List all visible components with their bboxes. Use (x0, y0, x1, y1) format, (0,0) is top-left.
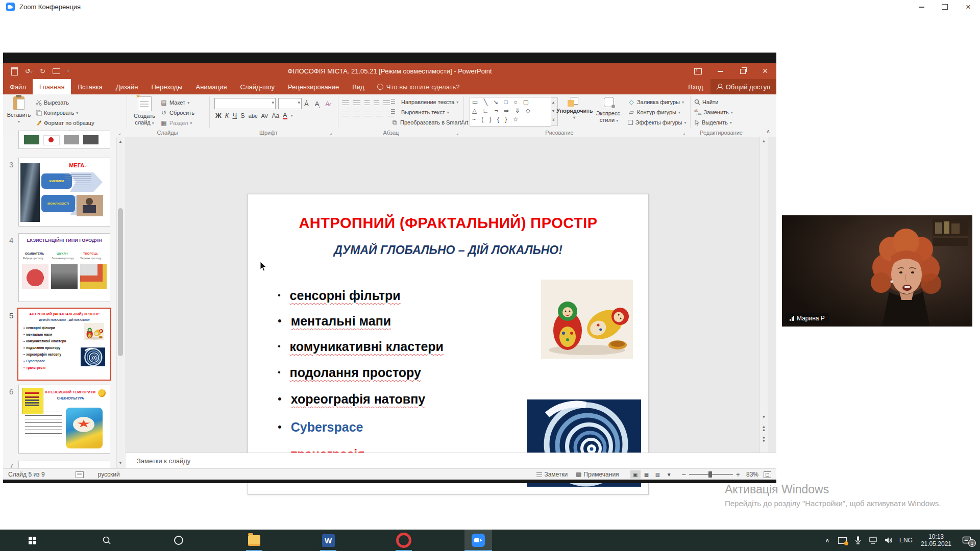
fit-to-window-icon[interactable] (764, 471, 771, 478)
select-button[interactable]: Выделить▾ (694, 117, 733, 128)
notification-center-button[interactable]: 1 (958, 530, 976, 551)
collapse-ribbon-icon[interactable]: ∧ (766, 128, 770, 135)
zoom-in-button[interactable]: + (736, 470, 740, 479)
thumbnail-slide-6[interactable]: ІНТЕНСИВНИЙ ТЕМПОРИТМ СНЕК-КУЛЬТУРА (18, 385, 110, 454)
slide-bullet[interactable]: •Cyberspace (278, 417, 363, 437)
slide-bullet[interactable]: •ментальні мапи (278, 311, 391, 331)
thumbnail-slide-2[interactable] (18, 131, 110, 149)
text-shadow-button[interactable]: S (240, 112, 245, 119)
ppt-restore-icon[interactable] (731, 63, 754, 79)
quick-styles-button[interactable]: Экспресс-стили ▾ (592, 97, 626, 124)
section-button[interactable]: ▦Раздел▾ (160, 118, 194, 128)
convert-smartart-button[interactable]: ⧉Преобразовать в SmartArt▾ (391, 117, 472, 128)
ppt-close-icon[interactable]: × (754, 63, 776, 79)
strikethrough-button[interactable]: abc (249, 113, 258, 119)
tab-view[interactable]: Вид (346, 79, 371, 94)
slide-bullet[interactable]: •комуникативні кластери (278, 336, 444, 357)
redo-icon[interactable]: ↻ (40, 67, 45, 75)
language-status[interactable]: русский (98, 471, 120, 478)
thumbnail-slide-4[interactable]: ЕКЗИСТЕНЦІЙНІ ТИПИ ГОРОДЯН ОБИВАТЕЛЬ Ред… (18, 233, 110, 302)
arrange-button[interactable]: Упорядочить▾ (556, 97, 592, 121)
cortana-button[interactable] (167, 530, 190, 551)
tray-chevron-icon[interactable]: ∧ (821, 530, 834, 551)
undo-icon[interactable]: ↺▾ (25, 67, 33, 75)
opera-button[interactable] (392, 530, 415, 551)
increase-indent-button[interactable] (374, 101, 379, 106)
tab-slideshow[interactable]: Слайд-шоу (234, 79, 281, 94)
notes-toggle[interactable]: Заметки (544, 471, 568, 478)
bold-button[interactable]: Ж (215, 112, 222, 119)
spell-check-icon[interactable] (76, 471, 84, 478)
slide-bullet[interactable]: •хореографія натовпу (278, 389, 425, 409)
drawing-dialog-launcher[interactable]: ⌟ (683, 130, 685, 135)
justify-button[interactable] (376, 112, 383, 117)
volume-tray-icon[interactable] (882, 530, 895, 551)
view-normal-button[interactable]: ▣ (630, 470, 641, 479)
replace-button[interactable]: ab→ac Заменить▾ (694, 107, 733, 117)
scroll-down-icon[interactable]: ▼ (117, 459, 124, 467)
align-text-button[interactable]: Выровнять текст▾ (391, 107, 472, 117)
font-color-button[interactable]: А (283, 112, 287, 119)
tab-design[interactable]: Дизайн (109, 79, 145, 94)
scrollbar-thumb[interactable] (118, 208, 123, 356)
zoom-maximize-icon[interactable] (933, 0, 957, 14)
start-slideshow-icon[interactable] (53, 68, 60, 74)
tell-me-box[interactable]: Что вы хотите сделать? (371, 79, 466, 94)
previous-slide-button[interactable]: ▲▲ (760, 425, 768, 432)
start-button[interactable] (20, 530, 44, 551)
paste-button[interactable]: Вставить▾ (4, 96, 34, 125)
tray-clock[interactable]: 10:13 21.05.2021 (917, 533, 955, 547)
thumbnail-slide-3[interactable]: МЕГА- ВИКЛИКИ МОЖЛИВОСТІ (18, 158, 110, 227)
share-button[interactable]: Общий доступ (710, 79, 776, 94)
bullets-button[interactable] (342, 101, 349, 106)
clipboard-dialog-launcher[interactable]: ⌟ (118, 130, 120, 135)
tab-insert[interactable]: Вставка (71, 79, 109, 94)
scroll-up-icon[interactable]: ▲ (760, 139, 768, 143)
align-left-button[interactable] (342, 112, 349, 117)
line-spacing-button[interactable] (383, 101, 390, 106)
thumbnail-slide-5-selected[interactable]: АНТРОПНИЙ (ФРАКТАЛЬНИЙ) ПРОСТІР ДУМАЙ ГЛ… (17, 308, 111, 381)
microphone-tray-icon[interactable] (851, 530, 865, 551)
next-slide-button[interactable]: ▼▼ (760, 437, 768, 443)
main-scrollbar[interactable]: ▲ ▼ ▲▲ ▼▼ (760, 137, 768, 468)
tab-transitions[interactable]: Переходы (144, 79, 189, 94)
clear-formatting-button[interactable]: А̷ (325, 100, 330, 108)
ribbon-display-options-icon[interactable] (687, 63, 709, 79)
matryoshka-image[interactable] (541, 280, 633, 359)
shape-outline-button[interactable]: ▱Контур фигуры▾ (628, 107, 684, 117)
thumbnail-scrollbar[interactable]: ▲ ▼ (116, 137, 125, 468)
zoom-app-button[interactable] (464, 530, 492, 551)
zoom-percent[interactable]: 83% (746, 471, 758, 478)
shape-fill-button[interactable]: ◇Заливка фигуры▾ (628, 97, 684, 107)
view-sorter-button[interactable]: ▦ (642, 470, 652, 479)
zoom-slider-knob[interactable] (708, 471, 712, 478)
scroll-down-icon[interactable]: ▼ (760, 415, 768, 419)
view-reading-button[interactable]: ▥ (653, 470, 663, 479)
participant-video[interactable]: Марина Р (782, 215, 972, 327)
shape-effects-button[interactable]: ❑Эффекты фигуры▾ (628, 117, 684, 128)
text-direction-button[interactable]: Направление текста▾ (391, 97, 472, 107)
grow-font-button[interactable]: А́ (304, 100, 309, 108)
zoom-minimize-icon[interactable] (910, 0, 933, 14)
copy-button[interactable]: Копировать▾ (36, 108, 94, 118)
zoom-close-icon[interactable]: × (957, 0, 980, 14)
tab-animations[interactable]: Анимация (189, 79, 233, 94)
numbering-button[interactable] (353, 101, 360, 106)
taskbar-search-button[interactable] (95, 530, 118, 551)
save-icon[interactable] (11, 67, 18, 76)
font-name-select[interactable] (214, 98, 276, 109)
slide-bullet[interactable]: •сенсорні фільтри (278, 285, 401, 306)
tab-home[interactable]: Главная (33, 79, 71, 94)
align-right-button[interactable] (364, 112, 372, 117)
slide-title[interactable]: АНТРОПНИЙ (ФРАКТАЛЬНИЙ) ПРОСТІР (248, 215, 648, 232)
character-spacing-button[interactable]: AV (261, 113, 268, 119)
italic-button[interactable]: К (225, 112, 229, 119)
ppt-minimize-icon[interactable] (709, 63, 731, 79)
slide-canvas[interactable]: АНТРОПНИЙ (ФРАКТАЛЬНИЙ) ПРОСТІР ДУМАЙ ГЛ… (248, 194, 649, 495)
decrease-indent-button[interactable] (364, 101, 370, 106)
file-explorer-button[interactable] (242, 530, 266, 551)
font-size-select[interactable] (278, 98, 302, 109)
change-case-button[interactable]: Aa (272, 112, 279, 119)
zoom-out-button[interactable]: − (682, 470, 686, 479)
sign-in-button[interactable]: Вход (688, 83, 703, 91)
